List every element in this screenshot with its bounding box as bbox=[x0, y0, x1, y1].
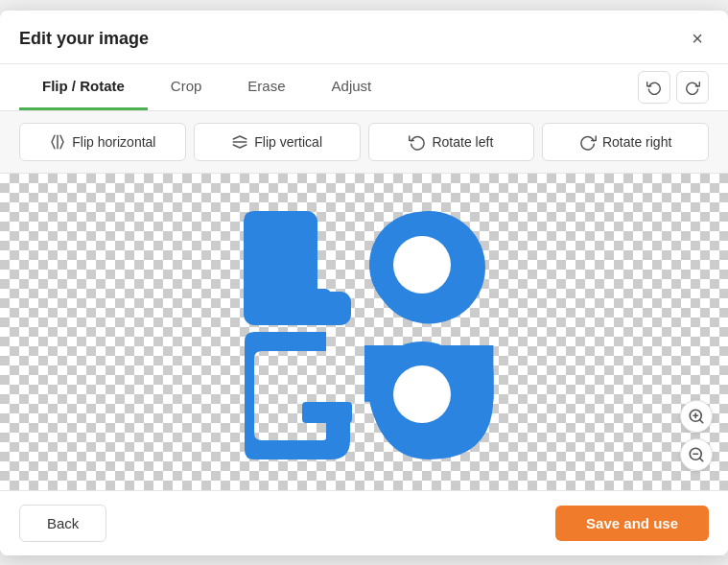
tabs-container: Flip / Rotate Crop Erase Adjust bbox=[19, 64, 394, 110]
flip-h-svg bbox=[49, 133, 66, 151]
tab-adjust[interactable]: Adjust bbox=[309, 64, 395, 110]
rotate-right-label: Rotate right bbox=[602, 134, 671, 150]
zoom-out-icon bbox=[688, 446, 705, 463]
rotate-left-button[interactable]: Rotate left bbox=[368, 123, 535, 161]
svg-line-23 bbox=[699, 458, 702, 460]
redo-button[interactable] bbox=[676, 71, 709, 104]
modal-footer: Back Save and use bbox=[0, 490, 728, 555]
back-button[interactable]: Back bbox=[19, 505, 106, 542]
canvas-area bbox=[0, 174, 728, 490]
zoom-controls bbox=[680, 400, 713, 471]
zoom-in-button[interactable] bbox=[680, 400, 713, 433]
tab-flip-rotate[interactable]: Flip / Rotate bbox=[19, 64, 148, 110]
edit-image-modal: Edit your image × Flip / Rotate Crop Era… bbox=[0, 11, 728, 555]
flip-vertical-button[interactable]: Flip vertical bbox=[194, 123, 361, 161]
flip-horizontal-icon bbox=[49, 133, 66, 151]
close-button[interactable]: × bbox=[686, 26, 709, 52]
rotate-left-label: Rotate left bbox=[432, 134, 493, 150]
undo-button[interactable] bbox=[638, 71, 670, 104]
svg-point-17 bbox=[393, 365, 451, 423]
save-and-use-button[interactable]: Save and use bbox=[555, 506, 709, 541]
svg-rect-12 bbox=[245, 289, 331, 318]
undo-icon bbox=[646, 80, 662, 95]
tab-crop[interactable]: Crop bbox=[148, 64, 225, 110]
flip-vertical-label: Flip vertical bbox=[254, 134, 322, 150]
flip-horizontal-label: Flip horizontal bbox=[72, 134, 155, 150]
svg-point-14 bbox=[393, 236, 451, 294]
modal-title: Edit your image bbox=[19, 29, 149, 49]
tab-erase[interactable]: Erase bbox=[224, 64, 308, 110]
rotate-right-icon bbox=[579, 133, 597, 151]
rotate-left-svg bbox=[409, 133, 426, 151]
logo-display bbox=[235, 202, 494, 461]
flip-horizontal-button[interactable]: Flip horizontal bbox=[19, 123, 186, 161]
rotate-left-icon bbox=[409, 133, 426, 151]
svg-line-19 bbox=[699, 419, 702, 422]
flip-v-svg bbox=[231, 133, 248, 151]
tabs-row: Flip / Rotate Crop Erase Adjust bbox=[0, 64, 728, 111]
rotate-right-button[interactable]: Rotate right bbox=[542, 123, 709, 161]
redo-icon bbox=[685, 80, 700, 95]
actions-row: Flip horizontal Flip vertical Rotate lef… bbox=[0, 111, 728, 174]
undo-redo-controls bbox=[638, 71, 709, 104]
zoom-out-button[interactable] bbox=[680, 438, 713, 471]
svg-rect-15 bbox=[302, 402, 352, 423]
modal-header: Edit your image × bbox=[0, 11, 728, 64]
flip-vertical-icon bbox=[231, 133, 248, 151]
zoom-in-icon bbox=[688, 408, 705, 425]
rotate-right-svg bbox=[579, 133, 597, 151]
